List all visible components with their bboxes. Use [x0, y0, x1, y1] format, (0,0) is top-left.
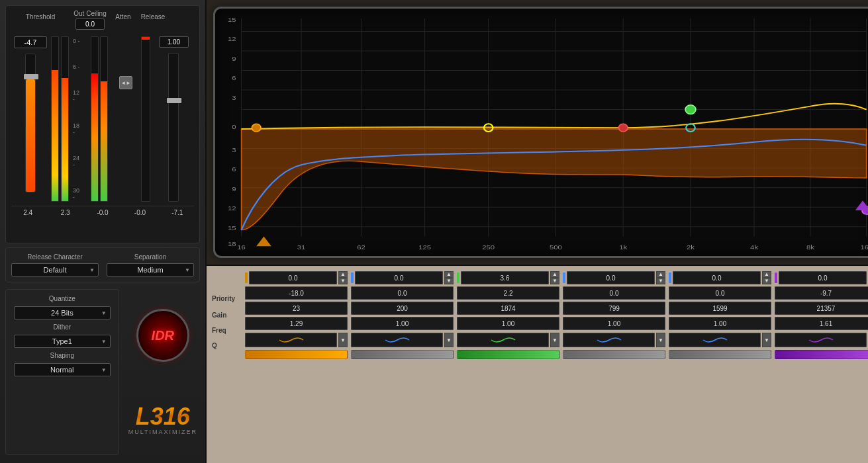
eq-display[interactable]: 15 12 9 6 3 0 3 6 9 12 15 18 16 31 62 12…	[213, 7, 868, 258]
release-character-dropdown-wrapper: Default Fast Normal Slow	[11, 263, 99, 276]
band1-filter-shape-row: ▼	[245, 332, 348, 348]
band3-freq-input[interactable]	[457, 302, 559, 315]
band1-freq-input[interactable]	[245, 302, 348, 315]
band5-filter-shape-row: ▼	[669, 332, 771, 348]
atten-label: Atten	[115, 13, 130, 21]
release-character-label: Release Character	[11, 253, 99, 261]
band2-q-input[interactable]	[351, 317, 454, 330]
threshold-value[interactable]: -4.7	[14, 36, 47, 48]
band1-priority-stepper: ▲ ▼	[338, 271, 348, 284]
band1-q-input[interactable]	[245, 317, 348, 330]
band3-q-input[interactable]	[457, 317, 559, 330]
band1-priority-down[interactable]: ▼	[338, 278, 348, 284]
band-column-4: ▲ ▼ ▼	[563, 271, 665, 458]
band4-filter-shape[interactable]	[563, 333, 655, 347]
separation-select[interactable]: Medium Minimum Low High Maximum	[107, 263, 194, 276]
svg-text:31: 31	[297, 243, 306, 251]
band4-color-btn[interactable]	[563, 350, 665, 359]
band6-priority-input[interactable]	[779, 271, 867, 284]
svg-text:2k: 2k	[687, 243, 695, 251]
band1-filter-shape[interactable]	[245, 333, 337, 347]
band5-priority-up[interactable]: ▲	[762, 271, 771, 278]
release-value[interactable]: 1.00	[159, 36, 189, 48]
band5-filter-shape[interactable]	[669, 333, 761, 347]
separation-group: Separation Medium Minimum Low High Maxim…	[107, 253, 194, 276]
gain-row-label: Gain	[212, 308, 242, 321]
band5-gain-input[interactable]	[669, 286, 771, 300]
band5-priority-row: ▲ ▼	[669, 271, 771, 284]
band2-priority-row: ▲ ▼	[351, 271, 454, 284]
right-panel: 15 12 9 6 3 0 3 6 9 12 15 18 16 31 62 12…	[207, 0, 868, 463]
band6-filter-shape-row: ▼	[775, 332, 868, 348]
band6-filter-shape[interactable]	[775, 333, 867, 347]
band3-priority-row: ▲ ▼	[457, 271, 559, 284]
meter-val-4: -0.0	[123, 209, 156, 216]
quantize-select[interactable]: 24 Bits 16 Bits 20 Bits	[14, 306, 111, 319]
band5-filter-shape-btn[interactable]: ▼	[762, 333, 771, 347]
out-ceiling-label: Out Ceiling	[73, 10, 106, 17]
out-ceiling-value[interactable]: 0.0	[75, 19, 105, 30]
band4-priority-up[interactable]: ▲	[656, 271, 665, 278]
release-character-select[interactable]: Default Fast Normal Slow	[11, 263, 99, 276]
band6-color-btn[interactable]	[775, 350, 868, 359]
band2-priority-up[interactable]: ▲	[444, 271, 454, 278]
band1-priority-up[interactable]: ▲	[338, 271, 348, 278]
band4-priority-down[interactable]: ▼	[656, 278, 665, 284]
band2-freq-input[interactable]	[351, 302, 454, 315]
shaping-dropdown-wrapper: Normal None Low High	[14, 363, 111, 376]
band2-gain-input[interactable]	[351, 286, 454, 300]
band3-filter-shape-btn[interactable]: ▼	[550, 333, 559, 347]
band2-priority-down[interactable]: ▼	[444, 278, 454, 284]
band2-filter-shape[interactable]	[351, 333, 443, 347]
svg-text:0: 0	[232, 123, 236, 130]
band5-color-btn[interactable]	[669, 350, 771, 359]
svg-text:3: 3	[232, 94, 236, 101]
band4-gain-input[interactable]	[563, 286, 665, 300]
band1-color-btn[interactable]	[245, 350, 348, 359]
band3-priority-down[interactable]: ▼	[550, 278, 559, 284]
idr-button[interactable]: IDR	[136, 309, 189, 362]
band1-gain-input[interactable]	[245, 286, 348, 300]
band3-priority-up[interactable]: ▲	[550, 271, 559, 278]
svg-text:9: 9	[232, 54, 236, 62]
band6-freq-input[interactable]	[775, 302, 868, 315]
band2-filter-shape-btn[interactable]: ▼	[444, 333, 454, 347]
band5-priority-input[interactable]	[673, 271, 761, 284]
scale-12: 12 -	[73, 89, 83, 103]
band1-priority-input[interactable]	[249, 271, 337, 284]
band5-q-input[interactable]	[669, 317, 771, 330]
gain-indicator[interactable]: ◄►	[119, 76, 132, 89]
band4-q-input[interactable]	[563, 317, 665, 330]
meter-val-2: 2.3	[48, 209, 81, 216]
band2-color-btn[interactable]	[351, 350, 454, 359]
band3-filter-shape[interactable]	[457, 333, 549, 347]
band1-filter-shape-btn[interactable]: ▼	[338, 333, 348, 347]
band3-priority-input[interactable]	[461, 271, 549, 284]
band-column-6: ▲ ▼ ▼	[775, 271, 868, 458]
band4-priority-input[interactable]	[567, 271, 655, 284]
band6-q-input[interactable]	[775, 317, 868, 330]
svg-text:16k: 16k	[861, 243, 868, 251]
band3-gain-input[interactable]	[457, 286, 559, 300]
separation-dropdown-wrapper: Medium Minimum Low High Maximum	[107, 263, 194, 276]
band-column-2: ▲ ▼ ▼	[351, 271, 454, 458]
shaping-select[interactable]: Normal None Low High	[14, 363, 111, 376]
eq-curve-svg: 15 12 9 6 3 0 3 6 9 12 15 18 16 31 62 12…	[215, 9, 868, 256]
band1-indicator	[256, 236, 271, 246]
band4-freq-input[interactable]	[563, 302, 665, 315]
quantize-section: Quantize 24 Bits 16 Bits 20 Bits Dither …	[5, 289, 119, 455]
meter-val-1: 2.4	[11, 209, 44, 216]
priority-row-label: Priority	[212, 290, 242, 306]
band5-freq-input[interactable]	[669, 302, 771, 315]
svg-text:15: 15	[228, 15, 236, 22]
band3-color-btn[interactable]	[457, 350, 559, 359]
band4-filter-shape-btn[interactable]: ▼	[656, 333, 665, 347]
svg-text:3: 3	[232, 146, 236, 153]
band5-priority-down[interactable]: ▼	[762, 278, 771, 284]
band6-gain-input[interactable]	[775, 286, 868, 300]
band2-priority-input[interactable]	[355, 271, 443, 284]
dither-select[interactable]: Type1 None Type2 Type3	[14, 335, 111, 348]
scale-18: 18 -	[73, 122, 83, 136]
svg-text:8k: 8k	[806, 243, 815, 251]
meter-val-5: -7.1	[161, 209, 194, 216]
